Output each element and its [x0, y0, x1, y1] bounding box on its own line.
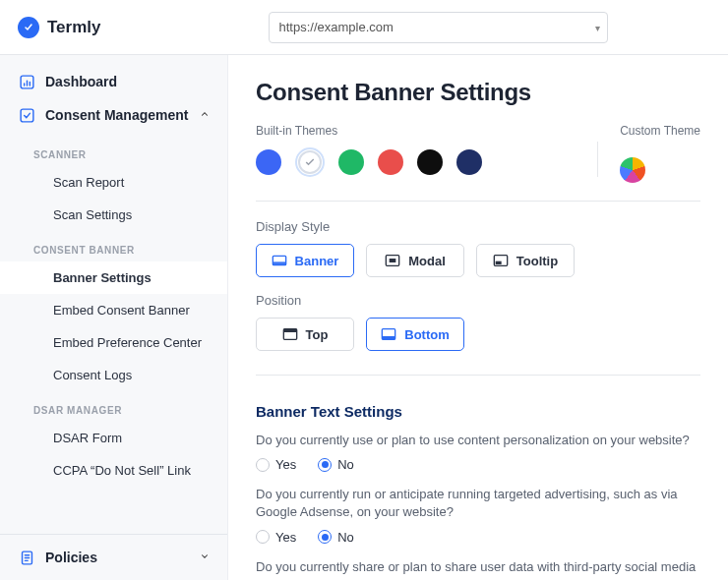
question-text: Do you currently use or plan to use cont…	[256, 432, 700, 449]
theme-swatch-blue[interactable]	[256, 149, 281, 175]
question: Do you currently use or plan to use cont…	[256, 432, 700, 472]
app-header: Termly ▾	[0, 0, 728, 55]
domain-select[interactable]: ▾	[269, 12, 608, 43]
sidebar-sub-item[interactable]: Scan Settings	[0, 199, 227, 231]
sidebar-sub-item[interactable]: DSAR Form	[0, 422, 227, 454]
seg-label: Top	[306, 327, 329, 342]
divider	[256, 375, 700, 376]
svg-rect-6	[390, 259, 396, 262]
display-style-tooltip[interactable]: Tooltip	[476, 244, 575, 277]
seg-label: Banner	[295, 254, 339, 268]
radio-dot-icon	[318, 530, 332, 544]
sidebar-sub-item[interactable]: Consent Logs	[0, 359, 227, 391]
sidebar-item-policies[interactable]: Policies	[0, 541, 227, 574]
nav-label: Dashboard	[45, 74, 117, 89]
display-style-modal[interactable]: Modal	[366, 244, 464, 277]
policies-icon	[18, 549, 35, 566]
radio-dot-icon	[256, 530, 270, 544]
radio-no[interactable]: No	[318, 530, 354, 545]
banner-text-heading: Banner Text Settings	[256, 403, 700, 420]
builtin-themes-label: Built-in Themes	[256, 124, 576, 138]
sidebar-sub-item[interactable]: Banner Settings	[0, 261, 227, 294]
custom-theme-label: Custom Theme	[620, 124, 700, 138]
chevron-up-icon	[200, 109, 210, 121]
sidebar-item-dashboard[interactable]: Dashboard	[0, 65, 227, 98]
sidebar: Dashboard Consent Management SCANNERScan…	[0, 55, 228, 580]
question: Do you currently share or plan to share …	[256, 558, 700, 580]
custom-theme-picker[interactable]	[620, 157, 645, 183]
position-label: Position	[256, 293, 700, 308]
brand-mark-icon	[18, 17, 39, 38]
seg-label: Bottom	[404, 327, 450, 342]
modal-icon	[385, 253, 400, 268]
radio-no[interactable]: No	[318, 457, 354, 472]
question: Do you currently run or anticipate runni…	[256, 486, 700, 544]
radio-label: No	[337, 530, 354, 545]
main-content: Consent Banner Settings Built-in Themes …	[228, 55, 728, 580]
svg-rect-12	[383, 336, 395, 339]
radio-label: Yes	[275, 530, 296, 545]
radio-dot-icon	[256, 458, 270, 472]
brand-name: Termly	[47, 18, 101, 37]
page-title: Consent Banner Settings	[256, 79, 700, 106]
position-bottom[interactable]: Bottom	[366, 318, 464, 351]
theme-swatch-navy[interactable]	[456, 149, 482, 175]
sidebar-sub-item[interactable]: CCPA “Do Not Sell” Link	[0, 454, 227, 487]
radio-label: Yes	[275, 457, 296, 472]
radio-dot-icon	[318, 458, 332, 472]
sidebar-section-heading: CONSENT BANNER	[0, 231, 227, 261]
sidebar-sub-item[interactable]: Embed Consent Banner	[0, 294, 227, 326]
sidebar-sub-item[interactable]: Embed Preference Center	[0, 326, 227, 359]
nav-label: Consent Management	[45, 107, 188, 123]
vertical-divider	[597, 142, 598, 177]
svg-rect-10	[283, 329, 296, 332]
question-text: Do you currently share or plan to share …	[256, 558, 700, 580]
seg-label: Modal	[408, 254, 446, 268]
pos-top-icon	[282, 326, 298, 342]
svg-rect-4	[273, 261, 285, 264]
chevron-down-icon	[200, 551, 210, 563]
dashboard-icon	[18, 73, 35, 90]
nav-label: Policies	[45, 550, 97, 565]
sidebar-section-heading: DSAR MANAGER	[0, 391, 227, 422]
sidebar-item-consent[interactable]: Consent Management	[0, 98, 227, 132]
theme-swatch-white[interactable]	[295, 147, 325, 177]
display-style-label: Display Style	[256, 219, 700, 234]
divider	[256, 201, 700, 202]
pos-bottom-icon	[381, 326, 396, 342]
brand-logo[interactable]: Termly	[18, 17, 101, 38]
domain-input[interactable]	[269, 12, 608, 43]
tooltip-icon	[493, 253, 509, 268]
svg-rect-8	[495, 261, 501, 264]
position-top[interactable]: Top	[256, 318, 354, 351]
display-style-banner[interactable]: Banner	[256, 244, 354, 277]
consent-icon	[18, 106, 35, 124]
banner-icon	[272, 253, 287, 268]
radio-label: No	[337, 457, 354, 472]
sidebar-sub-item[interactable]: Scan Report	[0, 166, 227, 199]
svg-rect-1	[21, 109, 33, 122]
radio-yes[interactable]: Yes	[256, 530, 296, 545]
radio-yes[interactable]: Yes	[256, 457, 296, 472]
theme-swatch-black[interactable]	[417, 149, 443, 175]
sidebar-section-heading: SCANNER	[0, 136, 227, 166]
theme-swatch-green[interactable]	[338, 149, 364, 175]
theme-swatch-red[interactable]	[378, 149, 403, 175]
seg-label: Tooltip	[516, 254, 558, 268]
question-text: Do you currently run or anticipate runni…	[256, 486, 700, 521]
